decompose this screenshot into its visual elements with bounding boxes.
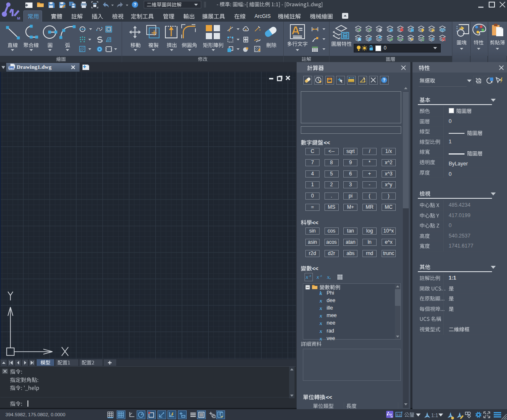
- svg-text:M: M: [17, 16, 20, 20]
- svg-text:DWG: DWG: [9, 67, 14, 70]
- svg-text:M: M: [391, 415, 393, 418]
- svg-text:?: ?: [134, 2, 137, 7]
- svg-text:0.0: 0.0: [397, 413, 401, 417]
- svg-text:?: ?: [383, 78, 385, 82]
